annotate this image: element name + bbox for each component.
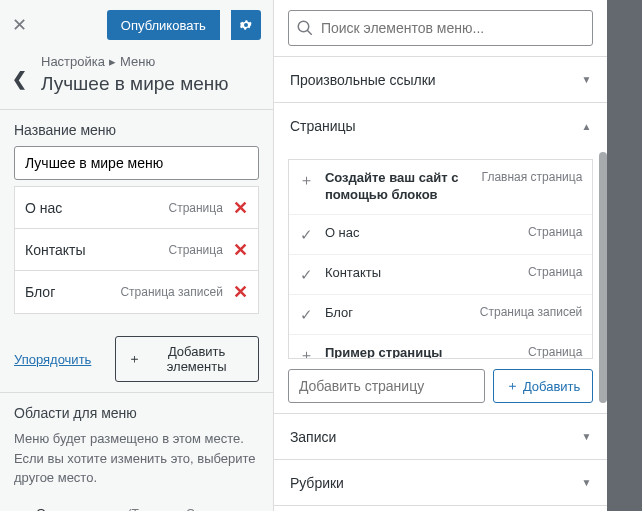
page-item-type: Главная страница — [482, 170, 583, 184]
plus-icon: ＋ — [506, 377, 519, 395]
preview-strip — [607, 0, 642, 511]
chevron-up-icon: ▲ — [581, 121, 591, 132]
available-items-panel: Произвольные ссылки ▼ Страницы ▲ ＋ Созда… — [274, 0, 607, 511]
plus-icon: ＋ — [299, 345, 315, 359]
add-elements-button[interactable]: ＋ Добавить элементы — [115, 336, 259, 382]
remove-icon[interactable]: ✕ — [233, 197, 248, 219]
svg-point-0 — [298, 21, 309, 32]
page-item[interactable]: ＋ Создайте ваш сайт с помощью блоков Гла… — [289, 160, 592, 215]
publish-settings-button[interactable] — [231, 10, 261, 40]
accordion-label: Страницы — [290, 118, 582, 134]
menu-item[interactable]: О нас Страница ✕ — [15, 187, 258, 229]
add-page-label: Добавить — [523, 379, 580, 394]
plus-icon: ＋ — [299, 170, 315, 190]
menu-item-type: Страница — [168, 243, 222, 257]
page-item[interactable]: ✓ Блог Страница записей — [289, 295, 592, 335]
page-item[interactable]: ＋ Пример страницы Страница — [289, 335, 592, 359]
page-item-name: Блог — [325, 305, 470, 322]
areas-description: Меню будет размещено в этом месте. Если … — [14, 429, 259, 488]
page-item[interactable]: ✓ О нас Страница — [289, 215, 592, 255]
accordion-posts[interactable]: Записи ▼ — [274, 414, 607, 460]
page-item[interactable]: ✓ Контакты Страница — [289, 255, 592, 295]
page-item-name: Контакты — [325, 265, 518, 282]
publish-button[interactable]: Опубликовать — [107, 10, 220, 40]
page-item-name: О нас — [325, 225, 518, 242]
check-icon: ✓ — [299, 225, 315, 244]
page-item-type: Страница — [528, 225, 582, 239]
gear-icon — [238, 17, 254, 33]
svg-line-1 — [307, 30, 312, 35]
menu-name-section: Название меню О нас Страница ✕ Контакты … — [0, 109, 273, 326]
breadcrumb-current: Меню — [120, 54, 155, 69]
page-title: Лучшее в мире меню — [41, 73, 229, 95]
reorder-link[interactable]: Упорядочить — [14, 352, 91, 367]
accordion: Произвольные ссылки ▼ Страницы ▲ ＋ Созда… — [274, 56, 607, 506]
menu-area-label: Основное меню — [36, 506, 120, 512]
menu-actions: Упорядочить ＋ Добавить элементы — [0, 326, 273, 392]
search-section — [274, 0, 607, 56]
page-item-type: Страница — [528, 265, 582, 279]
menu-item[interactable]: Блог Страница записей ✕ — [15, 271, 258, 313]
add-page-row: ＋ Добавить — [288, 369, 593, 403]
menu-item-name: Блог — [25, 284, 120, 300]
search-input[interactable] — [288, 10, 593, 46]
menu-areas-section: Области для меню Меню будет размещено в … — [0, 392, 273, 500]
add-elements-label: Добавить элементы — [147, 344, 246, 374]
panel-header: ✕ Опубликовать — [0, 0, 273, 50]
menu-item-name: О нас — [25, 200, 168, 216]
add-page-input[interactable] — [288, 369, 485, 403]
menu-item-type: Страница — [168, 201, 222, 215]
remove-icon[interactable]: ✕ — [233, 239, 248, 261]
menu-item[interactable]: Контакты Страница ✕ — [15, 229, 258, 271]
back-icon[interactable]: ❮ — [12, 54, 27, 90]
breadcrumb-root[interactable]: Настройка — [41, 54, 105, 69]
menu-area-option[interactable]: Основное меню (Текущее: Основное меню) — [0, 500, 273, 512]
add-page-button[interactable]: ＋ Добавить — [493, 369, 593, 403]
menu-item-name: Контакты — [25, 242, 168, 258]
menu-items-list: О нас Страница ✕ Контакты Страница ✕ Бло… — [14, 186, 259, 314]
menu-item-type: Страница записей — [120, 285, 222, 299]
accordion-categories[interactable]: Рубрики ▼ — [274, 460, 607, 506]
chevron-down-icon: ▼ — [581, 74, 591, 85]
menu-name-input[interactable] — [14, 146, 259, 180]
check-icon: ✓ — [299, 265, 315, 284]
check-icon: ✓ — [299, 305, 315, 324]
customizer-panel: ✕ Опубликовать ❮ Настройка▸Меню Лучшее в… — [0, 0, 274, 511]
accordion-pages[interactable]: Страницы ▲ — [274, 103, 607, 149]
scrollbar[interactable] — [599, 152, 607, 403]
areas-title: Области для меню — [14, 405, 259, 421]
remove-icon[interactable]: ✕ — [233, 281, 248, 303]
accordion-label: Произвольные ссылки — [290, 72, 582, 88]
chevron-down-icon: ▼ — [581, 477, 591, 488]
menu-name-label: Название меню — [14, 122, 259, 138]
search-icon — [296, 19, 314, 37]
accordion-custom-links[interactable]: Произвольные ссылки ▼ — [274, 57, 607, 103]
breadcrumb-row: ❮ Настройка▸Меню Лучшее в мире меню — [0, 50, 273, 109]
menu-area-sublabel: (Текущее: Основное меню) — [127, 507, 258, 512]
page-item-name: Пример страницы — [325, 345, 518, 359]
page-item-type: Страница — [528, 345, 582, 359]
breadcrumb: Настройка▸Меню — [41, 54, 229, 69]
pages-list: ＋ Создайте ваш сайт с помощью блоков Гла… — [288, 159, 593, 359]
page-item-name: Создайте ваш сайт с помощью блоков — [325, 170, 472, 204]
accordion-label: Записи — [290, 429, 582, 445]
page-item-type: Страница записей — [480, 305, 582, 319]
accordion-label: Рубрики — [290, 475, 582, 491]
close-icon[interactable]: ✕ — [12, 14, 27, 36]
chevron-down-icon: ▼ — [581, 431, 591, 442]
plus-icon: ＋ — [128, 350, 141, 368]
pages-body: ＋ Создайте ваш сайт с помощью блоков Гла… — [274, 149, 607, 414]
